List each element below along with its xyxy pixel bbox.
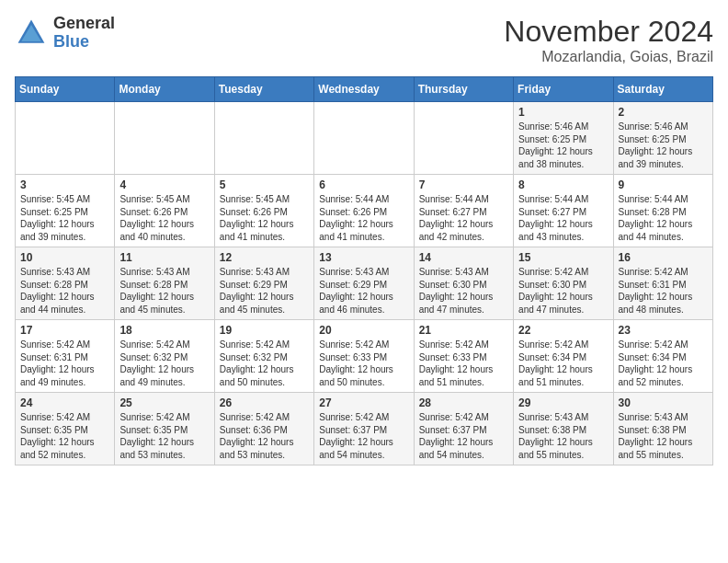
day-number: 28 xyxy=(419,396,508,409)
day-info: Sunrise: 5:42 AM Sunset: 6:37 PM Dayligh… xyxy=(419,411,508,461)
day-cell-empty xyxy=(314,102,414,175)
day-cell-25: 25Sunrise: 5:42 AM Sunset: 6:35 PM Dayli… xyxy=(115,393,214,465)
day-info: Sunrise: 5:46 AM Sunset: 6:25 PM Dayligh… xyxy=(518,121,608,170)
day-number: 20 xyxy=(319,324,408,337)
day-cell-29: 29Sunrise: 5:43 AM Sunset: 6:38 PM Dayli… xyxy=(514,393,613,465)
day-number: 9 xyxy=(619,178,708,191)
day-info: Sunrise: 5:44 AM Sunset: 6:27 PM Dayligh… xyxy=(518,193,608,243)
day-number: 14 xyxy=(419,251,508,264)
col-header-sunday: Sunday xyxy=(16,77,115,102)
day-info: Sunrise: 5:42 AM Sunset: 6:30 PM Dayligh… xyxy=(518,266,608,316)
day-cell-empty xyxy=(214,102,313,175)
day-cell-3: 3Sunrise: 5:45 AM Sunset: 6:25 PM Daylig… xyxy=(16,175,115,247)
day-number: 8 xyxy=(518,178,608,191)
col-header-wednesday: Wednesday xyxy=(314,77,414,102)
day-cell-16: 16Sunrise: 5:42 AM Sunset: 6:31 PM Dayli… xyxy=(613,247,712,320)
day-cell-30: 30Sunrise: 5:43 AM Sunset: 6:38 PM Dayli… xyxy=(613,393,712,465)
day-number: 2 xyxy=(619,106,708,119)
day-info: Sunrise: 5:42 AM Sunset: 6:31 PM Dayligh… xyxy=(20,339,109,388)
day-cell-27: 27Sunrise: 5:42 AM Sunset: 6:37 PM Dayli… xyxy=(314,393,414,465)
day-number: 12 xyxy=(220,251,309,264)
location-subtitle: Mozarlandia, Goias, Brazil xyxy=(504,49,713,65)
week-row-0: 1Sunrise: 5:46 AM Sunset: 6:25 PM Daylig… xyxy=(16,102,713,175)
logo-text: General Blue xyxy=(53,15,115,52)
day-cell-24: 24Sunrise: 5:42 AM Sunset: 6:35 PM Dayli… xyxy=(16,393,115,465)
col-header-friday: Friday xyxy=(514,77,613,102)
day-info: Sunrise: 5:44 AM Sunset: 6:27 PM Dayligh… xyxy=(419,193,508,243)
day-info: Sunrise: 5:43 AM Sunset: 6:38 PM Dayligh… xyxy=(619,411,708,461)
day-info: Sunrise: 5:45 AM Sunset: 6:25 PM Dayligh… xyxy=(20,193,109,243)
col-header-tuesday: Tuesday xyxy=(214,77,313,102)
day-info: Sunrise: 5:42 AM Sunset: 6:34 PM Dayligh… xyxy=(619,339,708,388)
week-row-1: 3Sunrise: 5:45 AM Sunset: 6:25 PM Daylig… xyxy=(16,175,713,247)
title-block: November 2024 Mozarlandia, Goias, Brazil xyxy=(504,15,713,65)
day-cell-19: 19Sunrise: 5:42 AM Sunset: 6:32 PM Dayli… xyxy=(214,320,313,393)
day-number: 27 xyxy=(319,396,408,409)
day-cell-10: 10Sunrise: 5:43 AM Sunset: 6:28 PM Dayli… xyxy=(16,247,115,320)
day-info: Sunrise: 5:43 AM Sunset: 6:28 PM Dayligh… xyxy=(119,266,209,316)
col-header-saturday: Saturday xyxy=(613,77,712,102)
day-cell-26: 26Sunrise: 5:42 AM Sunset: 6:36 PM Dayli… xyxy=(214,393,313,465)
day-info: Sunrise: 5:42 AM Sunset: 6:33 PM Dayligh… xyxy=(319,339,408,388)
day-info: Sunrise: 5:42 AM Sunset: 6:35 PM Dayligh… xyxy=(119,411,209,461)
day-info: Sunrise: 5:42 AM Sunset: 6:33 PM Dayligh… xyxy=(419,339,508,388)
day-cell-5: 5Sunrise: 5:45 AM Sunset: 6:26 PM Daylig… xyxy=(214,175,313,247)
calendar-header: SundayMondayTuesdayWednesdayThursdayFrid… xyxy=(16,77,713,102)
day-info: Sunrise: 5:42 AM Sunset: 6:34 PM Dayligh… xyxy=(518,339,608,388)
day-number: 30 xyxy=(619,396,708,409)
day-cell-empty xyxy=(414,102,513,175)
day-cell-empty xyxy=(16,102,115,175)
day-cell-7: 7Sunrise: 5:44 AM Sunset: 6:27 PM Daylig… xyxy=(414,175,513,247)
day-number: 5 xyxy=(220,178,309,191)
day-info: Sunrise: 5:45 AM Sunset: 6:26 PM Dayligh… xyxy=(119,193,209,243)
day-cell-6: 6Sunrise: 5:44 AM Sunset: 6:26 PM Daylig… xyxy=(314,175,414,247)
day-number: 7 xyxy=(419,178,508,191)
day-cell-2: 2Sunrise: 5:46 AM Sunset: 6:25 PM Daylig… xyxy=(613,102,712,175)
day-info: Sunrise: 5:43 AM Sunset: 6:29 PM Dayligh… xyxy=(220,266,309,316)
day-number: 13 xyxy=(319,251,408,264)
day-info: Sunrise: 5:45 AM Sunset: 6:26 PM Dayligh… xyxy=(220,193,309,243)
day-number: 6 xyxy=(319,178,408,191)
day-number: 15 xyxy=(518,251,608,264)
day-cell-empty xyxy=(115,102,214,175)
day-cell-8: 8Sunrise: 5:44 AM Sunset: 6:27 PM Daylig… xyxy=(514,175,613,247)
day-number: 16 xyxy=(619,251,708,264)
day-number: 1 xyxy=(518,106,608,119)
day-cell-14: 14Sunrise: 5:43 AM Sunset: 6:30 PM Dayli… xyxy=(414,247,513,320)
week-row-4: 24Sunrise: 5:42 AM Sunset: 6:35 PM Dayli… xyxy=(16,393,713,465)
calendar-body: 1Sunrise: 5:46 AM Sunset: 6:25 PM Daylig… xyxy=(16,102,713,465)
day-cell-28: 28Sunrise: 5:42 AM Sunset: 6:37 PM Dayli… xyxy=(414,393,513,465)
day-cell-12: 12Sunrise: 5:43 AM Sunset: 6:29 PM Dayli… xyxy=(214,247,313,320)
day-number: 3 xyxy=(20,178,109,191)
calendar-table: SundayMondayTuesdayWednesdayThursdayFrid… xyxy=(15,76,713,465)
col-header-monday: Monday xyxy=(115,77,214,102)
day-number: 10 xyxy=(20,251,109,264)
day-cell-15: 15Sunrise: 5:42 AM Sunset: 6:30 PM Dayli… xyxy=(514,247,613,320)
day-number: 25 xyxy=(119,396,209,409)
day-number: 22 xyxy=(518,324,608,337)
day-number: 23 xyxy=(619,324,708,337)
day-number: 4 xyxy=(119,178,209,191)
day-cell-22: 22Sunrise: 5:42 AM Sunset: 6:34 PM Dayli… xyxy=(514,320,613,393)
day-cell-21: 21Sunrise: 5:42 AM Sunset: 6:33 PM Dayli… xyxy=(414,320,513,393)
logo-icon xyxy=(15,17,48,50)
day-info: Sunrise: 5:42 AM Sunset: 6:36 PM Dayligh… xyxy=(220,411,309,461)
day-cell-13: 13Sunrise: 5:43 AM Sunset: 6:29 PM Dayli… xyxy=(314,247,414,320)
day-info: Sunrise: 5:43 AM Sunset: 6:29 PM Dayligh… xyxy=(319,266,408,316)
day-cell-4: 4Sunrise: 5:45 AM Sunset: 6:26 PM Daylig… xyxy=(115,175,214,247)
day-number: 11 xyxy=(119,251,209,264)
day-info: Sunrise: 5:42 AM Sunset: 6:32 PM Dayligh… xyxy=(220,339,309,388)
week-row-3: 17Sunrise: 5:42 AM Sunset: 6:31 PM Dayli… xyxy=(16,320,713,393)
day-info: Sunrise: 5:44 AM Sunset: 6:26 PM Dayligh… xyxy=(319,193,408,243)
week-row-2: 10Sunrise: 5:43 AM Sunset: 6:28 PM Dayli… xyxy=(16,247,713,320)
logo-general: General xyxy=(53,15,115,33)
day-cell-9: 9Sunrise: 5:44 AM Sunset: 6:28 PM Daylig… xyxy=(613,175,712,247)
day-number: 21 xyxy=(419,324,508,337)
day-cell-11: 11Sunrise: 5:43 AM Sunset: 6:28 PM Dayli… xyxy=(115,247,214,320)
day-number: 18 xyxy=(119,324,209,337)
month-year-title: November 2024 xyxy=(504,15,713,49)
day-cell-1: 1Sunrise: 5:46 AM Sunset: 6:25 PM Daylig… xyxy=(514,102,613,175)
day-info: Sunrise: 5:43 AM Sunset: 6:38 PM Dayligh… xyxy=(518,411,608,461)
day-number: 19 xyxy=(220,324,309,337)
header-row: SundayMondayTuesdayWednesdayThursdayFrid… xyxy=(16,77,713,102)
